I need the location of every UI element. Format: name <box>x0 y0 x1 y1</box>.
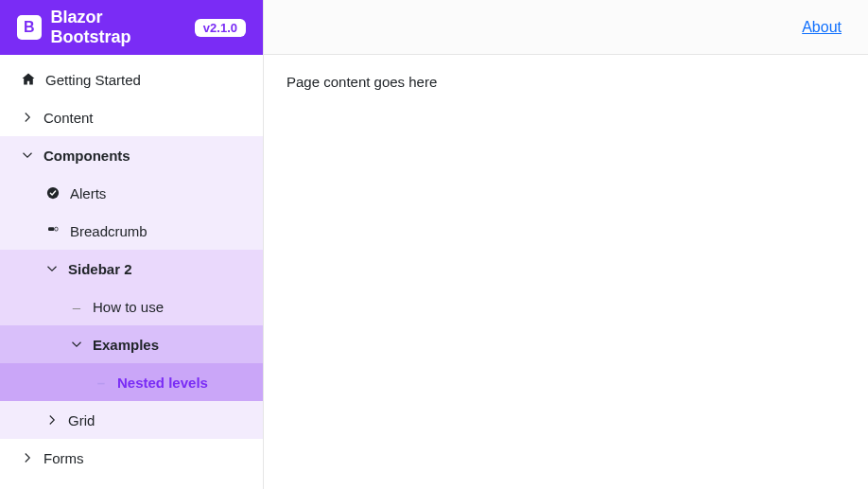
sidebar-item-breadcrumb[interactable]: Breadcrumb <box>0 212 263 250</box>
chevron-right-icon <box>21 451 34 464</box>
sidebar-nav: Getting Started Content Components Alert… <box>0 55 263 489</box>
sidebar-item-label: Content <box>43 110 94 126</box>
dash-icon: – <box>70 300 83 314</box>
chevron-down-icon <box>70 338 83 351</box>
sidebar-item-components[interactable]: Components <box>0 136 263 174</box>
about-link[interactable]: About <box>802 19 842 36</box>
sidebar-item-label: Alerts <box>70 185 106 201</box>
sidebar-item-sidebar2[interactable]: Sidebar 2 <box>0 250 263 288</box>
svg-rect-2 <box>55 227 58 231</box>
sidebar-item-label: Getting Started <box>45 72 141 88</box>
sidebar-item-label: Components <box>43 148 130 164</box>
chevron-down-icon <box>21 148 34 162</box>
sidebar-item-nested-levels[interactable]: – Nested levels <box>0 363 263 401</box>
chevron-right-icon <box>45 413 59 427</box>
sidebar: B Blazor Bootstrap v2.1.0 Getting Starte… <box>0 0 264 489</box>
version-badge: v2.1.0 <box>195 19 246 37</box>
home-icon <box>21 72 36 87</box>
sidebar-item-grid[interactable]: Grid <box>0 401 263 439</box>
brand-bar: B Blazor Bootstrap v2.1.0 <box>0 0 263 55</box>
main-area: About Page content goes here <box>264 0 868 489</box>
page-content: Page content goes here <box>264 55 868 109</box>
brand-title: Blazor Bootstrap <box>51 8 185 47</box>
chevron-down-icon <box>45 262 59 275</box>
segment-icon <box>45 223 61 238</box>
sidebar-item-label: How to use <box>93 299 164 315</box>
sidebar-item-label: Forms <box>43 450 84 466</box>
sidebar-item-label: Nested levels <box>117 375 208 391</box>
page-body-text: Page content goes here <box>286 74 437 90</box>
sidebar-item-getting-started[interactable]: Getting Started <box>0 61 263 98</box>
sidebar-item-label: Examples <box>93 337 159 353</box>
sidebar-item-how-to-use[interactable]: – How to use <box>0 288 263 325</box>
sidebar-item-examples[interactable]: Examples <box>0 325 263 363</box>
sidebar-item-label: Breadcrumb <box>70 223 148 239</box>
topbar: About <box>264 0 868 55</box>
dash-icon: – <box>95 375 108 390</box>
sidebar-item-alerts[interactable]: Alerts <box>0 174 263 212</box>
brand-logo-icon: B <box>17 15 42 40</box>
sidebar-item-label: Sidebar 2 <box>68 261 132 277</box>
sidebar-item-label: Grid <box>68 412 95 428</box>
sidebar-item-forms[interactable]: Forms <box>0 439 263 477</box>
sidebar-item-content[interactable]: Content <box>0 98 263 136</box>
svg-rect-1 <box>48 227 54 231</box>
chevron-right-icon <box>21 111 34 124</box>
check-circle-icon <box>45 185 61 201</box>
